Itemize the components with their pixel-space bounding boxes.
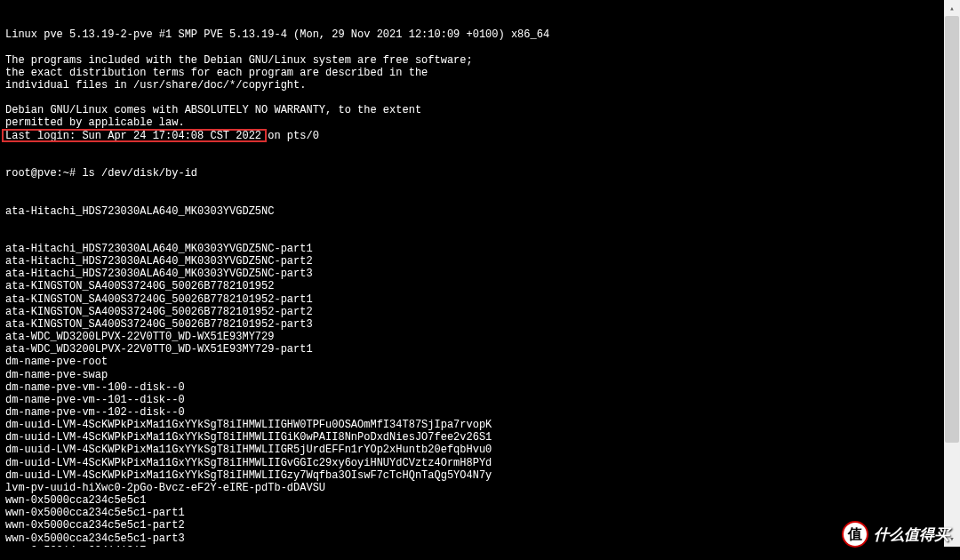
scrollbar-thumb[interactable] — [945, 16, 959, 443]
disk-id-line: wwn-0x5000cca234c5e5c1-part3 — [5, 532, 939, 545]
disk-id-line: ata-Hitachi_HDS723030ALA640_MK0303YVGDZ5… — [5, 268, 939, 280]
disk-id-line: dm-name-pve-swap — [5, 369, 939, 381]
disk-id-line: dm-name-pve-vm--102--disk--0 — [5, 406, 939, 419]
disk-id-line: wwn-0x5000cca234c5e5c1-part2 — [5, 519, 939, 532]
terminal-output-line: the exact distribution terms for each pr… — [5, 67, 939, 79]
disk-id-line: ata-KINGSTON_SA400S37240G_50026B77821019… — [5, 318, 939, 331]
terminal-output-line: permitted by applicable law. — [5, 116, 939, 129]
disk-id-line: dm-uuid-LVM-4ScKWPkPixMa11GxYYkSgT8iIHMW… — [5, 444, 939, 456]
disk-id-line: ata-KINGSTON_SA400S37240G_50026B77821019… — [5, 280, 939, 292]
terminal-output-line — [5, 41, 939, 53]
disk-id-line: ata-WDC_WD3200LPVX-22V0TT0_WD-WX51E93MY7… — [5, 343, 939, 356]
disk-id-line: ata-Hitachi_HDS723030ALA640_MK0303YVGDZ5… — [5, 255, 939, 268]
command-line-1: root@pve:~# ls /dev/disk/by-id — [5, 167, 939, 180]
terminal-output-line: Last login: Sun Apr 24 17:04:08 CST 2022… — [5, 130, 939, 142]
terminal-output-line: The programs included with the Debian GN… — [5, 54, 939, 67]
vertical-scrollbar[interactable]: ▴ ▾ — [944, 0, 960, 547]
terminal-output-line — [5, 92, 939, 104]
disk-id-line: dm-name-pve-root — [5, 356, 939, 368]
disk-id-line: dm-name-pve-vm--101--disk--0 — [5, 394, 939, 406]
terminal-header-output: Linux pve 5.13.19-2-pve #1 SMP PVE 5.13.… — [5, 28, 939, 141]
disk-id-line: dm-uuid-LVM-4ScKWPkPixMa11GxYYkSgT8iIHMW… — [5, 469, 939, 482]
disk-id-line: dm-uuid-LVM-4ScKWPkPixMa11GxYYkSgT8iIHMW… — [5, 457, 939, 469]
ls-output: ata-Hitachi_HDS723030ALA640_MK0303YVGDZ5… — [5, 243, 939, 547]
disk-id-line: dm-uuid-LVM-4ScKWPkPixMa11GxYYkSgT8iIHMW… — [5, 419, 939, 431]
disk-id-line: wwn-0x5000cca234c5e5c1-part1 — [5, 507, 939, 519]
disk-id-line: dm-name-pve-vm--100--disk--0 — [5, 381, 939, 394]
terminal-output-line: individual files in /usr/share/doc/*/cop… — [5, 79, 939, 92]
terminal-window[interactable]: Linux pve 5.13.19-2-pve #1 SMP PVE 5.13.… — [0, 0, 944, 547]
disk-id-line: ata-Hitachi_HDS723030ALA640_MK0303YVGDZ5… — [5, 243, 939, 255]
command-text: ls /dev/disk/by-id — [82, 167, 197, 180]
scrollbar-up-arrow-icon[interactable]: ▴ — [944, 0, 960, 16]
disk-id-line: ata-WDC_WD3200LPVX-22V0TT0_WD-WX51E93MY7… — [5, 331, 939, 343]
disk-id-line: ata-KINGSTON_SA400S37240G_50026B77821019… — [5, 306, 939, 318]
disk-id-line: dm-uuid-LVM-4ScKWPkPixMa11GxYYkSgT8iIHMW… — [5, 431, 939, 444]
disk-id-line: wwn-0x5000cca234c5e5c1 — [5, 494, 939, 507]
terminal-output-line: Linux pve 5.13.19-2-pve #1 SMP PVE 5.13.… — [5, 28, 939, 41]
terminal-output-line: Debian GNU/Linux comes with ABSOLUTELY N… — [5, 104, 939, 116]
watermark: 值 什么值得买 — [842, 521, 949, 548]
watermark-label: 什么值得买 — [874, 524, 949, 545]
disk-id-line: lvm-pv-uuid-hiXwc0-2pGo-Bvcz-eF2Y-eIRE-p… — [5, 482, 939, 494]
highlighted-disk-id: ata-Hitachi_HDS723030ALA640_MK0303YVGDZ5… — [5, 205, 939, 218]
disk-id-line: ata-KINGSTON_SA400S37240G_50026B77821019… — [5, 293, 939, 306]
shell-prompt: root@pve:~# — [5, 167, 82, 180]
disk-id-line: wwn-0x50014ee604141317 — [5, 545, 939, 547]
watermark-logo-icon: 值 — [842, 521, 868, 548]
